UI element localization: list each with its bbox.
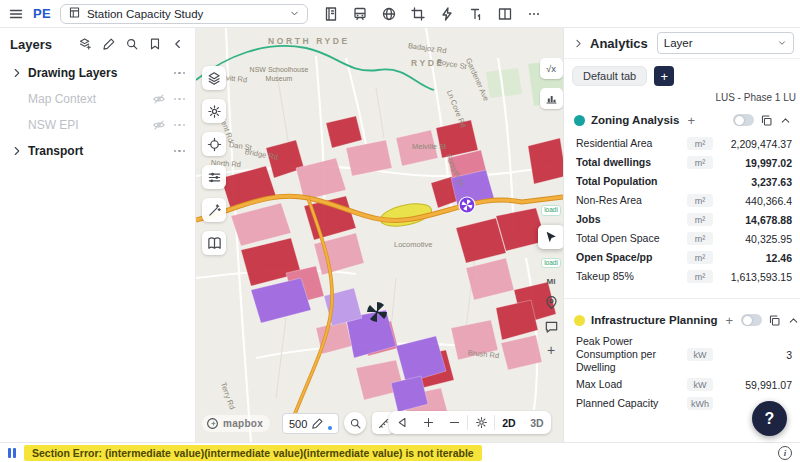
save-icon[interactable] — [148, 37, 162, 51]
row-more-icon[interactable] — [174, 124, 186, 127]
analytics-row: Takeup 85%m²1,613,593.15 — [564, 267, 800, 286]
target-icon[interactable] — [202, 132, 226, 156]
section-header-zoning: Zoning Analysis + — [564, 107, 800, 133]
section-add-icon[interactable]: + — [724, 314, 736, 327]
comment-app-icon[interactable] — [544, 319, 559, 334]
analytics-row: Non-Res Aream²440,366.4 — [564, 191, 800, 210]
select-tool-icon[interactable] — [538, 225, 564, 249]
metric-value: 19,997.02 — [720, 157, 792, 169]
row-more-icon[interactable] — [174, 72, 186, 75]
scenario-label: LUS - Phase 1 LU — [564, 90, 800, 107]
mi-app-icon[interactable]: MI — [547, 277, 556, 286]
collapse-panel-icon[interactable] — [171, 37, 185, 51]
row-more-icon[interactable] — [174, 98, 186, 101]
help-button[interactable]: ? — [752, 401, 787, 436]
mode-2d-button[interactable]: 2D — [495, 411, 523, 434]
section-divider — [564, 298, 800, 299]
gear-icon[interactable] — [202, 99, 226, 123]
metric-label: Total Population — [576, 175, 687, 188]
row-more-icon[interactable] — [174, 150, 186, 153]
metric-value: 440,366.4 — [720, 195, 792, 207]
chevron-up-icon[interactable] — [787, 314, 800, 327]
metric-value: 14,678.88 — [720, 214, 792, 226]
mapbox-attribution[interactable]: mapbox — [202, 415, 270, 432]
mapbox-icon — [206, 417, 219, 430]
journal-icon[interactable] — [323, 6, 339, 22]
project-icon — [68, 6, 81, 21]
metric-label: Non-Res Area — [576, 194, 687, 207]
menu-icon[interactable] — [8, 6, 24, 22]
chart-app-icon[interactable] — [540, 88, 563, 109]
zoning-rows: Residential Aream²2,209,474.37Total dwel… — [564, 133, 800, 292]
statusbar: Section Error: (intermediate value)(inte… — [0, 442, 800, 462]
chevron-up-icon[interactable] — [779, 114, 792, 127]
metric-label: Takeup 85% — [576, 270, 687, 283]
grid-scale-value: 500 — [289, 418, 307, 430]
metric-value: 40,325.95 — [720, 233, 792, 245]
unit-badge: m² — [687, 156, 713, 169]
sidebar-item-drawing-layers[interactable]: Drawing Layers — [0, 60, 195, 86]
globe-icon[interactable] — [381, 6, 397, 22]
add-layer-icon[interactable] — [78, 37, 93, 52]
analytics-header: Analytics Layer — [564, 28, 800, 59]
add-tab-button[interactable]: + — [654, 66, 674, 86]
station-marker-purple — [459, 197, 475, 213]
metric-label: Max Load — [576, 378, 687, 391]
zoom-in-icon[interactable] — [415, 411, 441, 434]
sidebar-item-map-context[interactable]: Map Context — [0, 86, 195, 112]
info-icon[interactable]: i — [778, 446, 792, 460]
unit-badge: m² — [687, 270, 713, 283]
pin-app-icon[interactable] — [544, 295, 559, 310]
analytics-panel: Analytics Layer Default tab + LUS - Phas… — [563, 28, 800, 442]
map-search-icon[interactable] — [344, 412, 366, 434]
map[interactable]: NORTH RYDERYDENSW Schoolhouse MuseumBada… — [196, 28, 563, 442]
mode-3d-button[interactable]: 3D — [523, 411, 551, 434]
sliders-icon[interactable] — [202, 165, 226, 189]
map-control-bar: 2D 3D — [389, 411, 551, 434]
section-toggle[interactable] — [741, 314, 762, 326]
frame-icon[interactable] — [410, 6, 426, 22]
section-title: Zoning Analysis — [591, 114, 679, 126]
section-toggle[interactable] — [733, 114, 754, 126]
map-settings-icon[interactable] — [468, 411, 494, 434]
unit-badge: kW — [687, 378, 713, 391]
chevron-right-icon — [10, 144, 24, 158]
book-icon[interactable] — [202, 231, 226, 255]
pointer-tool-icon[interactable] — [389, 411, 415, 434]
chevron-right-icon[interactable] — [572, 37, 585, 50]
analytics-row: Open Space/ppm²12.46 — [564, 248, 800, 267]
grid-scale-control[interactable]: 500 — [282, 413, 339, 434]
section-color-dot — [574, 315, 585, 326]
zoom-out-icon[interactable] — [441, 411, 467, 434]
eye-off-icon[interactable] — [152, 118, 166, 132]
formula-app-icon[interactable]: √x — [540, 58, 563, 79]
chevron-right-icon — [10, 66, 24, 80]
analytics-row: Max LoadkW59,991.07 — [564, 375, 800, 394]
tab-default[interactable]: Default tab — [572, 66, 647, 86]
duplicate-icon[interactable] — [768, 314, 781, 327]
transit-icon[interactable] — [352, 6, 368, 22]
analytics-title: Analytics — [590, 36, 648, 51]
eye-off-icon[interactable] — [152, 92, 166, 106]
pause-icon[interactable] — [8, 448, 16, 458]
draw-icon[interactable] — [102, 37, 116, 51]
wand-icon[interactable] — [202, 198, 226, 222]
layer-select[interactable]: Layer — [657, 32, 794, 54]
analytics-row: Total dwellingsm²19,997.02 — [564, 153, 800, 172]
bolt-icon[interactable] — [439, 6, 455, 22]
text-format-icon[interactable] — [468, 6, 484, 22]
columns-icon[interactable] — [497, 6, 513, 22]
duplicate-icon[interactable] — [760, 114, 773, 127]
add-app-icon[interactable]: + — [547, 343, 555, 357]
sidebar-item-nsw-epi[interactable]: NSW EPI — [0, 112, 195, 138]
more-icon[interactable] — [526, 6, 542, 22]
section-add-icon[interactable]: + — [685, 114, 697, 127]
search-icon[interactable] — [125, 37, 139, 51]
project-select[interactable]: Station Capacity Study — [60, 4, 308, 24]
section-color-dot — [574, 115, 585, 126]
layers-icon[interactable] — [202, 66, 226, 90]
app: PE Station Capacity Study — [0, 0, 800, 462]
metric-label: Total dwellings — [576, 156, 687, 169]
sidebar-item-transport[interactable]: Transport — [0, 138, 195, 164]
unit-badge: kW — [687, 348, 713, 361]
